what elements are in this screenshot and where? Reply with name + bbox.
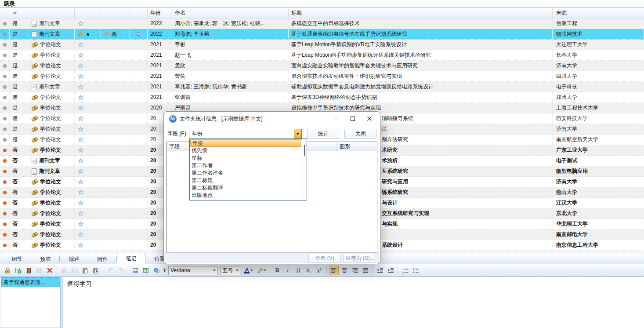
lock-icon[interactable] (3, 266, 12, 275)
font-size-select[interactable]: 五号 (220, 266, 240, 275)
black-star-icon[interactable]: ★ (86, 31, 90, 37)
star-outline-icon[interactable]: ★ (78, 157, 83, 164)
column-header-title[interactable]: 标题 (289, 8, 553, 18)
dropdown-item[interactable]: 第二标题翻译 (190, 184, 302, 192)
star-cell[interactable]: ★★ (75, 29, 101, 39)
insert-image-icon[interactable] (130, 266, 140, 275)
undo-icon[interactable]: ↶ (105, 266, 115, 275)
column-header-source[interactable]: 来源 (553, 8, 644, 18)
star-cell[interactable]: ★ (75, 135, 101, 145)
star-outline-icon[interactable]: ★ (78, 136, 83, 143)
insert-table-icon[interactable] (141, 266, 151, 275)
star-outline-icon[interactable]: ★ (78, 84, 83, 90)
dialog-titlebar[interactable]: Ne 文件夹统计信息 - [示例数据库.中文] (164, 112, 380, 126)
star-cell[interactable]: ★ (75, 71, 101, 81)
star-cell[interactable]: ★ (75, 40, 101, 50)
column-header-flag[interactable] (101, 8, 130, 18)
tab-预览[interactable]: 预览 (31, 255, 60, 264)
redo-icon[interactable]: ↷ (116, 266, 126, 275)
tab-附件[interactable]: 附件 (88, 255, 117, 264)
star-outline-icon[interactable]: ★ (78, 94, 83, 101)
copy-icon[interactable] (70, 266, 80, 275)
table-row[interactable]: 是学位论文★2021章彬基于Leap Motion手势识别的VR电工实验系统设计… (0, 40, 644, 50)
table-row[interactable]: 是学位论文★2021曾笑混合现实技术的发动机零件三维识别研究与实现四川大学 (0, 71, 644, 82)
dropdown-item[interactable]: 第二作者 (190, 162, 302, 169)
table-row[interactable]: 是期刊文章★2022周小舟; 宗承龙; 郭一冰; 贾乐松; 杜晓...多模态交互… (0, 18, 644, 29)
dropdown-item[interactable]: 第二作者译名 (190, 169, 302, 177)
column-header-type[interactable] (28, 8, 75, 18)
star-outline-icon[interactable]: ★ (78, 189, 83, 196)
minimize-button[interactable] (333, 115, 340, 122)
star-outline-icon[interactable]: ★ (78, 179, 83, 185)
close-button[interactable] (366, 115, 373, 122)
star-outline-icon[interactable]: ★ (78, 147, 83, 153)
note-list-item[interactable]: 基于双通道表面... (1, 277, 60, 287)
star-outline-icon[interactable]: ★ (78, 168, 83, 175)
star-outline-icon[interactable]: ★ (78, 52, 83, 58)
star-outline-icon[interactable]: ★ (78, 105, 83, 111)
cut-icon[interactable] (59, 266, 69, 275)
tab-综述[interactable]: 综述 (60, 255, 88, 264)
star-outline-icon[interactable]: ★ (78, 62, 83, 69)
table-row[interactable]: 是学位论文★2021孟欣面向虚实融合实验教学的智能手套关键技术与应用研究济南大学 (0, 61, 644, 71)
column-header-year[interactable]: 年份 (148, 8, 171, 18)
star-outline-icon[interactable]: ★ (78, 231, 83, 238)
view-button[interactable]: 查看 (V) (308, 254, 341, 263)
dropdown-scrollbar[interactable] (302, 139, 307, 200)
star-outline-icon[interactable]: ★ (78, 115, 83, 122)
column-header-author[interactable]: 作者 (171, 8, 289, 18)
outdent-button[interactable] (375, 266, 385, 275)
align-right-button[interactable] (350, 266, 360, 275)
stat-column-field[interactable]: 字段 (167, 142, 190, 151)
star-cell[interactable]: ★ (75, 177, 101, 187)
table-row[interactable]: 是学位论文★2021赵一飞基于Leap Motion的手功能康复训练评估系统关键… (0, 50, 644, 61)
star-outline-icon[interactable]: ★ (78, 200, 83, 206)
star-cell[interactable]: ★ (75, 82, 101, 92)
align-center-button[interactable] (340, 266, 349, 275)
chevron-down-icon[interactable] (211, 270, 217, 271)
star-outline-icon[interactable]: ★ (78, 73, 83, 80)
paste-special-icon[interactable]: P (91, 266, 101, 275)
star-outline-icon[interactable]: ★ (78, 126, 83, 132)
table-row[interactable]: 是学位论文★2021张训雷基于深度3D神经网络的动态手势识别郑州大学 (0, 92, 644, 103)
star-cell[interactable]: ★ (75, 208, 101, 219)
star-cell[interactable]: ★ (75, 166, 101, 176)
underline-button[interactable]: U (293, 266, 303, 275)
star-cell[interactable]: ★ (75, 156, 101, 166)
dropdown-item[interactable]: 优先级 (190, 147, 302, 154)
star-cell[interactable]: ★ (75, 230, 101, 240)
exit-door-icon[interactable] (24, 266, 33, 275)
align-left-button[interactable] (329, 266, 339, 275)
italic-button[interactable]: I (283, 266, 293, 275)
star-cell[interactable]: ★ (75, 187, 101, 197)
star-cell[interactable]: ★ (75, 61, 101, 71)
statistics-button[interactable]: 统计 (307, 129, 340, 139)
field-combobox[interactable]: 年份 (189, 129, 302, 139)
star-cell[interactable]: ★ (75, 103, 101, 113)
column-header-label[interactable] (130, 8, 148, 18)
save-as-button[interactable]: 另存为 (S)... (344, 254, 376, 263)
save-icon[interactable] (34, 266, 44, 275)
tab-细节[interactable]: 细节 (3, 255, 31, 264)
insert-link-icon[interactable] (152, 266, 161, 275)
star-outline-icon[interactable]: ★ (78, 221, 83, 227)
superscript-button[interactable]: x2 (315, 266, 324, 275)
star-outline-icon[interactable]: ★ (78, 210, 83, 217)
align-justify-button[interactable] (361, 266, 370, 275)
maximize-button[interactable] (349, 115, 356, 122)
dropdown-item[interactable]: 星标 (190, 154, 302, 162)
star-cell[interactable]: ★ (75, 113, 101, 124)
dropdown-item[interactable]: 年份 (190, 139, 301, 147)
dropdown-item[interactable]: 第二标题 (190, 177, 302, 184)
star-cell[interactable]: ★ (75, 18, 101, 29)
tab-笔记[interactable]: 笔记 (117, 253, 145, 264)
filter-dropdown-icon[interactable] (13, 12, 17, 15)
star-cell[interactable]: ★ (75, 219, 101, 229)
font-name-select[interactable]: Verdana (168, 266, 217, 275)
table-row[interactable]: 是期刊文章★2021李兆基; 王海鹏; 阮伟华; 黄书豪辅助虚拟现实数据手套及电… (0, 82, 644, 92)
star-outline-icon[interactable]: ★ (78, 242, 83, 248)
combobox-dropdown-button[interactable] (294, 129, 301, 138)
bullet-list-button[interactable] (411, 266, 420, 275)
delete-icon[interactable] (45, 266, 54, 275)
star-cell[interactable]: ★ (75, 240, 101, 250)
